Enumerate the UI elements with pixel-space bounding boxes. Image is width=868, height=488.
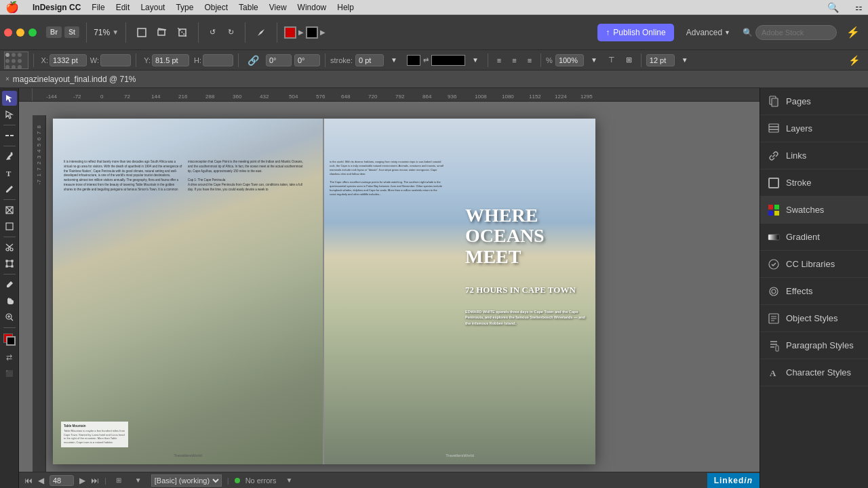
rotation-input[interactable] xyxy=(266,54,292,66)
selection-tool[interactable] xyxy=(2,91,17,106)
expand-panel-button[interactable]: ⚡ xyxy=(842,24,864,41)
canvas-area[interactable]: -144 -72 0 72 144 216 288 360 432 504 57… xyxy=(19,88,760,488)
font-size-input[interactable] xyxy=(646,54,675,66)
free-transform-tool[interactable] xyxy=(2,256,17,271)
panel-item-gradient[interactable]: Gradient xyxy=(760,224,868,251)
align-middle-button[interactable]: ⊞ xyxy=(622,54,636,66)
swap-colors-button[interactable]: ⇄ xyxy=(2,350,17,365)
minimize-button[interactable] xyxy=(16,28,24,37)
page-zoom-button[interactable]: ⊞ xyxy=(112,474,125,486)
ruler-mark: 1008 xyxy=(475,94,487,100)
transform-btn-1[interactable] xyxy=(133,26,151,39)
quick-apply-button[interactable]: ⚡ xyxy=(844,53,864,68)
stock-button[interactable]: St xyxy=(64,26,79,38)
h-input[interactable] xyxy=(203,54,233,66)
preflight-button[interactable]: ▼ xyxy=(281,474,296,486)
w-input[interactable] xyxy=(100,54,131,66)
advanced-button[interactable]: Advanced ▼ xyxy=(679,24,737,41)
y-input[interactable] xyxy=(152,54,189,66)
transform-btn-3[interactable] xyxy=(174,26,191,39)
stroke-input[interactable] xyxy=(355,54,384,66)
align-center-button[interactable]: ≡ xyxy=(508,54,520,66)
panel-item-stroke[interactable]: Stroke xyxy=(760,169,868,197)
prev-page-button[interactable]: ◀ xyxy=(38,476,44,485)
transform-btn-2[interactable] xyxy=(153,26,171,39)
page-right: WHERE OCEANS MEET 72 HOURS IN CAPE TOWN … xyxy=(324,119,595,464)
type-tool[interactable]: T xyxy=(2,165,17,180)
pencil-tool[interactable] xyxy=(2,182,17,197)
zoom-dropdown-icon[interactable]: ▼ xyxy=(112,28,119,36)
menu-edit[interactable]: Edit xyxy=(116,3,130,12)
menu-layout[interactable]: Layout xyxy=(140,3,165,12)
rectangle-frame-tool[interactable] xyxy=(2,203,17,218)
menu-file[interactable]: File xyxy=(92,3,104,12)
pen-tool[interactable] xyxy=(2,149,17,164)
font-size-dropdown[interactable]: ▼ xyxy=(677,54,692,66)
rectangle-tool[interactable] xyxy=(2,219,17,234)
stroke-color-bar[interactable] xyxy=(431,55,465,66)
align-top-button[interactable]: ⊤ xyxy=(604,54,619,66)
preflight-options-button[interactable]: ▼ xyxy=(131,474,146,486)
stroke-swatch[interactable] xyxy=(306,26,318,39)
linkedin-badge[interactable]: Linkedin xyxy=(707,473,760,488)
panel-item-effects[interactable]: Effects xyxy=(760,278,868,305)
pen-icon-btn[interactable] xyxy=(252,26,270,39)
align-right-button[interactable]: ≡ xyxy=(524,54,536,66)
first-page-button[interactable]: ⏮ xyxy=(24,476,33,485)
zoom-tool[interactable] xyxy=(2,310,17,325)
canvas-wrapper[interactable]: -7 1 7 2 3 4 5 6 7 8 It is interesting t… xyxy=(33,102,760,488)
close-button[interactable] xyxy=(4,28,12,37)
apple-menu[interactable]: 🍎 xyxy=(5,1,19,14)
adobe-stock-search[interactable] xyxy=(755,25,837,40)
menu-table[interactable]: Table xyxy=(239,3,258,12)
color-swatch-black[interactable] xyxy=(407,55,420,66)
align-left-button[interactable]: ≡ xyxy=(493,54,505,66)
menu-object[interactable]: Object xyxy=(204,3,228,12)
publish-online-button[interactable]: ↑ Publish Online xyxy=(597,24,673,41)
tab-close-button[interactable]: × xyxy=(5,75,9,83)
swap-colors-icon[interactable]: ⇄ xyxy=(423,56,429,64)
panel-item-paragraph-styles[interactable]: Paragraph Styles xyxy=(760,332,868,359)
direct-selection-tool[interactable] xyxy=(2,107,17,122)
panel-item-object-styles[interactable]: Object Styles xyxy=(760,305,868,332)
panel-item-pages[interactable]: Pages xyxy=(760,88,868,115)
search-icon[interactable]: 🔍 xyxy=(827,2,839,13)
current-page-input[interactable] xyxy=(50,475,74,486)
constrain-proportions-button[interactable]: 🔗 xyxy=(243,53,263,68)
ruler-mark: 720 xyxy=(368,94,377,100)
next-page-button[interactable]: ▶ xyxy=(79,476,85,485)
default-colors-button[interactable]: ⬛ xyxy=(2,366,17,381)
shear-input[interactable] xyxy=(294,54,320,66)
maximize-button[interactable] xyxy=(28,28,37,37)
reference-point-selector[interactable] xyxy=(4,52,28,69)
opacity-input[interactable] xyxy=(555,54,584,66)
last-page-button[interactable]: ⏭ xyxy=(91,476,99,485)
panel-item-links[interactable]: Links xyxy=(760,142,868,169)
fill-swatch[interactable] xyxy=(284,26,296,39)
page-style-select[interactable]: [Basic] (working) xyxy=(151,474,222,487)
fill-stroke-indicator[interactable] xyxy=(2,332,17,347)
zoom-control[interactable]: 71% ▼ xyxy=(94,28,119,37)
menu-window[interactable]: Window xyxy=(298,3,327,12)
stroke-color-dropdown[interactable]: ▼ xyxy=(468,54,483,66)
menu-grid-icon[interactable]: ⚏ xyxy=(855,3,863,12)
menu-help[interactable]: Help xyxy=(337,3,354,12)
x-input[interactable] xyxy=(50,54,87,66)
zoom-value: 71% xyxy=(94,28,110,37)
undo-button[interactable]: ↺ xyxy=(205,26,220,39)
panel-item-cc-libraries[interactable]: CC Libraries xyxy=(760,251,868,278)
menu-view[interactable]: View xyxy=(269,3,287,12)
opacity-dropdown[interactable]: ▼ xyxy=(587,54,601,66)
bridge-button[interactable]: Br xyxy=(46,26,62,38)
stroke-dropdown[interactable]: ▼ xyxy=(387,54,401,66)
scissors-tool[interactable] xyxy=(2,240,17,255)
panel-item-character-styles[interactable]: A Character Styles xyxy=(760,359,868,386)
document-spread[interactable]: It is interesting to reflect that barely… xyxy=(53,119,595,464)
gap-tool[interactable] xyxy=(2,128,17,143)
menu-type[interactable]: Type xyxy=(176,3,193,12)
hand-tool[interactable] xyxy=(2,293,17,308)
panel-item-layers[interactable]: Layers xyxy=(760,115,868,142)
redo-button[interactable]: ↻ xyxy=(224,26,238,39)
panel-item-swatches[interactable]: Swatches xyxy=(760,197,868,224)
eyedropper-tool[interactable] xyxy=(2,277,17,292)
